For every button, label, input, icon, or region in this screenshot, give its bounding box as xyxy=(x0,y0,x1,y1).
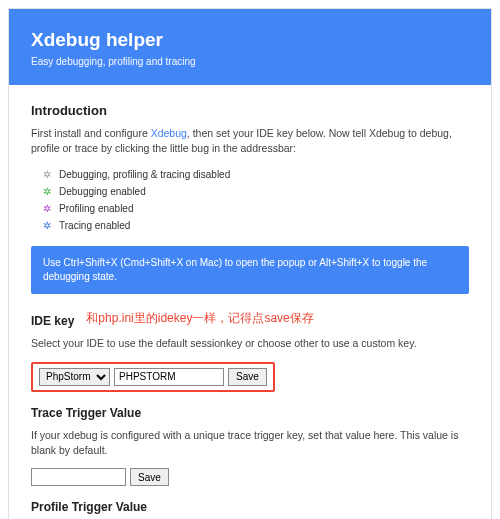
annotation-text: 和php.ini里的idekey一样，记得点save保存 xyxy=(86,310,313,327)
bug-icon-debugging: ✲ xyxy=(41,186,52,197)
ide-key-input[interactable] xyxy=(114,368,224,386)
trace-save-button[interactable]: Save xyxy=(130,468,169,486)
profile-heading: Profile Trigger Value xyxy=(31,500,469,514)
legend-debugging: ✲Debugging enabled xyxy=(41,183,469,200)
bug-icon-disabled: ✲ xyxy=(41,169,52,180)
ide-save-button[interactable]: Save xyxy=(228,368,267,386)
shortcut-notice: Use Ctrl+Shift+X (Cmd+Shift+X on Mac) to… xyxy=(31,246,469,294)
ide-desc: Select your IDE to use the default sessi… xyxy=(31,336,469,351)
legend-disabled: ✲Debugging, profiling & tracing disabled xyxy=(41,166,469,183)
content-area: Introduction First install and configure… xyxy=(9,85,491,519)
legend-profiling: ✲Profiling enabled xyxy=(41,200,469,217)
trace-input[interactable] xyxy=(31,468,126,486)
page-subtitle: Easy debugging, profiling and tracing xyxy=(31,56,469,67)
bug-icon-profiling: ✲ xyxy=(41,203,52,214)
trace-desc: If your xdebug is configured with a uniq… xyxy=(31,428,469,458)
bug-icon-tracing: ✲ xyxy=(41,220,52,231)
ide-highlight-box: PhpStorm Save xyxy=(31,362,275,392)
legend-list: ✲Debugging, profiling & tracing disabled… xyxy=(41,166,469,234)
options-panel: Xdebug helper Easy debugging, profiling … xyxy=(8,8,492,519)
header: Xdebug helper Easy debugging, profiling … xyxy=(9,9,491,85)
legend-tracing: ✲Tracing enabled xyxy=(41,217,469,234)
intro-text: First install and configure Xdebug, then… xyxy=(31,126,469,156)
page-title: Xdebug helper xyxy=(31,29,469,51)
xdebug-link[interactable]: Xdebug xyxy=(151,127,187,139)
trace-heading: Trace Trigger Value xyxy=(31,406,469,420)
ide-select[interactable]: PhpStorm xyxy=(39,368,110,386)
ide-heading: IDE key xyxy=(31,314,74,328)
intro-heading: Introduction xyxy=(31,103,469,118)
